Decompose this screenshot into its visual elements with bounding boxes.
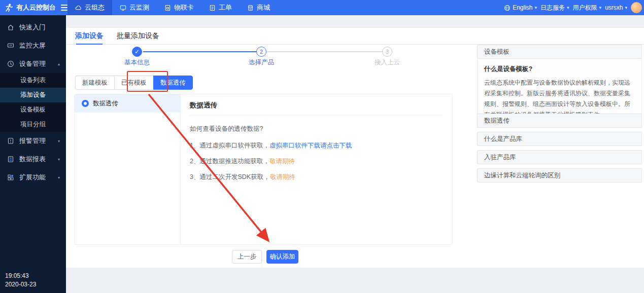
brand-area: 有人云控制台: [0, 0, 67, 15]
data-passthrough-button[interactable]: 数据透传: [153, 76, 193, 90]
existing-template-button[interactable]: 已有模板: [114, 76, 154, 90]
app-title: 有人云控制台: [16, 3, 56, 12]
sidebar-item-device-management[interactable]: 设备管理 ▴: [0, 55, 66, 73]
nav-item-mall[interactable]: 商城: [240, 0, 278, 15]
sidebar-item-monitor-screen[interactable]: 监控大屏: [0, 36, 66, 55]
detail-item-2: 2、通过数据推送功能获取，敬请期待: [190, 157, 442, 166]
previous-step-button[interactable]: 上一步: [232, 250, 262, 264]
sidebar-item-device-template[interactable]: 设备模板: [0, 102, 66, 117]
left-sidebar: 快速入门 监控大屏 设备管理 ▴ 设备列表 添加设备 设备模板 项目分组 报警管…: [0, 15, 66, 293]
nav-item-cloud-scada[interactable]: 云组态: [67, 0, 112, 15]
sidebar-item-quick-start[interactable]: 快速入门: [0, 18, 66, 36]
device-management-submenu: 设备列表 添加设备 设备模板 项目分组: [0, 73, 66, 132]
download-link[interactable]: 虚拟串口软件下载请点击下载: [269, 142, 352, 149]
work-order-icon: [209, 5, 216, 11]
usr-cloud-logo-icon: [4, 3, 13, 12]
nav-menu: 云组态 云监测 物联卡 工单 商城: [67, 0, 278, 15]
step1-done-check-icon: ✓: [132, 47, 142, 57]
globe-icon: [504, 5, 511, 11]
collapse-menu-icon[interactable]: [61, 5, 67, 11]
step3-circle: 3: [382, 47, 392, 57]
confirm-add-button[interactable]: 确认添加: [266, 250, 298, 264]
device-clock-icon: [7, 60, 14, 67]
sidebar-item-data-report[interactable]: 数据报表 ▾: [0, 150, 66, 168]
help-panel-edge-vs-cloud-polling: 边缘计算和云端轮询的区别: [477, 168, 642, 182]
help-panel-what-is-product-library: 什么是产品库: [477, 132, 642, 146]
clock-widget: 19:05:43 2020-03-23: [5, 272, 36, 289]
detail-pane: 数据透传 如何查看设备的透传数据? 1、通过虚拟串口软件获取，虚拟串口软件下载请…: [181, 94, 452, 244]
account-menu[interactable]: usrsxh ▾: [605, 4, 627, 11]
passthrough-panel: 数据透传 数据透传 如何查看设备的透传数据? 1、通过虚拟串口软件获取，虚拟串口…: [74, 94, 453, 245]
radio-selected-icon[interactable]: [82, 100, 89, 107]
tab-batch-add-device[interactable]: 批量添加设备: [117, 28, 159, 45]
top-navbar: 有人云控制台 云组态 云监测 物联卡 工单 商城: [0, 0, 644, 15]
navbar-right: English ▾ 日志服务 ▾ 用户权限 ▾ usrsxh ▾: [504, 0, 644, 15]
chevron-down-icon: ▾: [58, 175, 60, 180]
language-switcher[interactable]: English ▾: [504, 4, 537, 11]
chevron-up-icon: ▴: [58, 62, 60, 66]
monitor-icon: [120, 5, 126, 11]
chevron-down-icon: ▾: [58, 139, 60, 143]
avatar[interactable]: [631, 2, 642, 13]
step1-label: 基本信息: [114, 58, 160, 67]
sidebar-item-extensions[interactable]: 扩展功能 ▾: [0, 168, 66, 187]
help-header-edge-vs-cloud-polling[interactable]: 边缘计算和云端轮询的区别: [477, 168, 642, 182]
sim-card-icon: [164, 5, 171, 11]
detail-item-1: 1、通过虚拟串口软件获取，虚拟串口软件下载请点击下载: [190, 141, 442, 150]
current-date: 2020-03-23: [5, 280, 36, 289]
step-connector-1: [143, 51, 256, 52]
option-list: 数据透传: [75, 94, 181, 244]
chevron-down-icon: ▾: [535, 5, 537, 10]
step-connector-2: [267, 51, 382, 52]
chevron-down-icon: ▾: [567, 5, 569, 10]
cloud-icon: [75, 5, 82, 11]
chevron-down-icon: ▾: [625, 5, 627, 10]
main-card: 添加设备 批量添加设备 ✓ 2 3 基本信息 选择产品 接入上云 新建模板 已有…: [66, 28, 644, 268]
help-header-join-product-library[interactable]: 入驻产品库: [477, 150, 642, 164]
help-header-what-is-product-library[interactable]: 什么是产品库: [477, 132, 642, 146]
sidebar-item-alarm-management[interactable]: 报警管理 ▾: [0, 132, 66, 150]
step2-label: 选择产品: [239, 58, 284, 67]
chevron-down-icon: ▾: [599, 5, 602, 10]
nav-item-iot-sim[interactable]: 物联卡: [157, 0, 201, 15]
help-question: 什么是设备模板?: [484, 65, 634, 74]
coming-soon-label: 敬请期待: [269, 158, 295, 165]
page-tabs: 添加设备 批量添加设备: [66, 28, 644, 45]
current-time: 19:05:43: [5, 272, 36, 280]
sidebar-item-device-list[interactable]: 设备列表: [0, 73, 66, 88]
extensions-grid-icon: [7, 174, 14, 181]
tab-add-device[interactable]: 添加设备: [75, 28, 104, 45]
big-screen-icon: [7, 42, 14, 49]
list-item-data-passthrough[interactable]: 数据透传: [75, 94, 180, 113]
step3-label: 接入上云: [364, 58, 410, 67]
app-root: 有人云控制台 云组态 云监测 物联卡 工单 商城: [0, 0, 644, 293]
alarm-icon: [7, 137, 14, 144]
help-header-device-template[interactable]: 设备模板: [477, 45, 642, 59]
chevron-down-icon: ▾: [58, 157, 60, 162]
sidebar-item-add-device[interactable]: 添加设备: [0, 88, 66, 102]
detail-item-3: 3、通过二次开发SDK获取，敬请期待: [190, 173, 442, 181]
nav-item-work-order[interactable]: 工单: [201, 0, 240, 15]
detail-title: 数据透传: [181, 94, 452, 115]
help-panel-data-passthrough: 数据透传: [477, 114, 642, 128]
detail-question: 如何查看设备的透传数据?: [190, 125, 442, 133]
help-panel-join-product-library: 入驻产品库: [477, 150, 642, 164]
sidebar-item-project-group[interactable]: 项目分组: [0, 117, 66, 132]
user-permission-menu[interactable]: 用户权限 ▾: [573, 4, 602, 12]
log-service-menu[interactable]: 日志服务 ▾: [540, 4, 569, 12]
new-template-button[interactable]: 新建模板: [75, 76, 115, 90]
step2-circle: 2: [256, 47, 266, 57]
help-header-data-passthrough[interactable]: 数据透传: [477, 114, 642, 128]
nav-item-cloud-monitor[interactable]: 云监测: [112, 0, 157, 15]
store-icon: [247, 5, 254, 11]
coming-soon-label: 敬请期待: [270, 173, 295, 180]
report-icon: [7, 156, 14, 163]
template-mode-switch: 新建模板 已有模板 数据透传: [75, 76, 193, 90]
home-icon: [7, 24, 14, 31]
